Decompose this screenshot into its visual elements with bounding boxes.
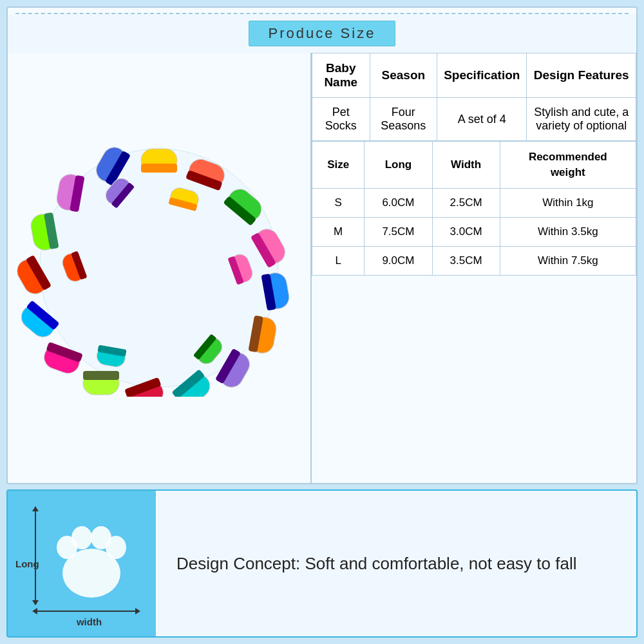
cell-width-m: 3.0CM: [432, 217, 500, 246]
page-title: Produce Size: [249, 21, 396, 46]
size-row-m: M 7.5CM 3.0CM Within 3.5kg: [312, 217, 636, 246]
svg-point-49: [106, 536, 126, 559]
col-specification: Specification: [437, 53, 527, 98]
cell-size-m: M: [312, 217, 365, 246]
cell-size-s: S: [312, 188, 365, 217]
size-table: Size Long Width Recommendedweight S 6.0C…: [312, 141, 636, 276]
cell-size-l: L: [312, 246, 365, 275]
cell-weight-m: Within 3.5kg: [500, 217, 636, 246]
label-width: width: [77, 616, 102, 627]
table-header-row: Baby Name Season Specification Design Fe…: [312, 53, 636, 98]
design-concept-area: Design Concept: Soft and comfortable, no…: [156, 491, 636, 636]
cell-long-m: 7.5CM: [365, 217, 432, 246]
svg-rect-2: [141, 164, 177, 173]
cell-width-l: 3.5CM: [432, 246, 500, 275]
svg-rect-20: [83, 371, 119, 380]
bottom-section: Long width: [6, 489, 638, 638]
paw-print-svg: [40, 502, 143, 605]
product-image-area: [8, 53, 310, 483]
product-data-row: Pet Socks Four Seasons A set of 4 Stylis…: [312, 98, 636, 141]
dimension-line-horizontal: [35, 611, 138, 612]
dimension-line-vertical: [35, 509, 36, 603]
product-info-table: Baby Name Season Specification Design Fe…: [312, 53, 636, 141]
col-long: Long: [365, 142, 432, 189]
cell-design-features: Stylish and cute, a variety of optional: [527, 98, 636, 141]
cell-width-s: 2.5CM: [432, 188, 500, 217]
main-container: Produce Size: [0, 0, 644, 644]
col-season: Season: [370, 53, 437, 98]
size-header-row: Size Long Width Recommendedweight: [312, 142, 636, 189]
cell-specification: A set of 4: [437, 98, 527, 141]
paw-area: Long width: [8, 491, 156, 636]
col-width: Width: [432, 142, 500, 189]
table-area: Baby Name Season Specification Design Fe…: [310, 53, 636, 483]
cell-baby-name: Pet Socks: [312, 98, 370, 141]
cell-weight-l: Within 7.5kg: [500, 246, 636, 275]
socks-circle-svg: [17, 139, 301, 397]
col-recommended-weight: Recommendedweight: [500, 142, 636, 189]
cell-weight-s: Within 1kg: [500, 188, 636, 217]
design-concept-text: Design Concept: Soft and comfortable, no…: [176, 551, 576, 576]
svg-point-47: [71, 526, 92, 549]
size-row-l: L 9.0CM 3.5CM Within 7.5kg: [312, 246, 636, 275]
col-design-features: Design Features: [527, 53, 636, 98]
col-size: Size: [312, 142, 365, 189]
size-row-s: S 6.0CM 2.5CM Within 1kg: [312, 188, 636, 217]
col-baby-name: Baby Name: [312, 53, 370, 98]
header-bar: Produce Size: [8, 14, 636, 53]
cell-season: Four Seasons: [370, 98, 437, 141]
cell-long-l: 9.0CM: [365, 246, 432, 275]
cell-long-s: 6.0CM: [365, 188, 432, 217]
